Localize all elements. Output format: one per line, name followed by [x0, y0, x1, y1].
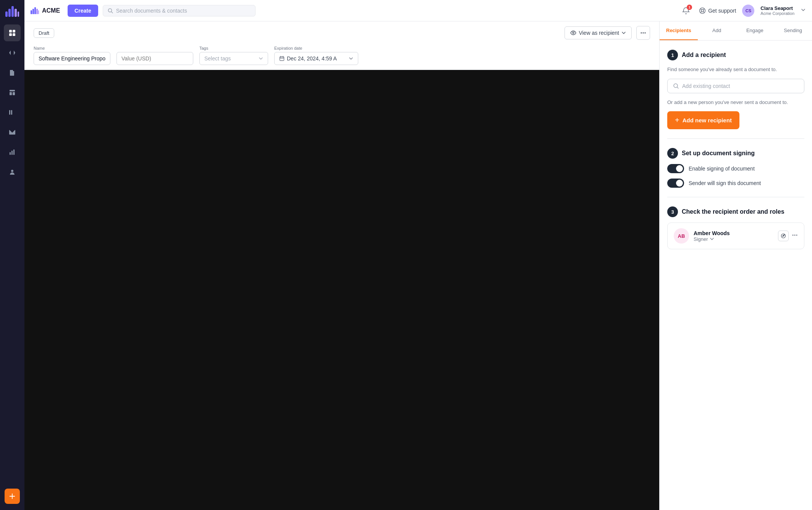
svg-rect-14: [10, 152, 11, 155]
step1-header: 1 Add a recipient: [667, 50, 804, 60]
tags-field-group: Tags Select tags: [199, 46, 268, 65]
notification-badge: 1: [687, 5, 692, 10]
svg-point-33: [645, 32, 646, 34]
avatar: CS: [742, 5, 754, 17]
step2-signing: 2 Set up document signing Enable signing…: [667, 148, 804, 188]
name-input[interactable]: [34, 52, 110, 65]
add-existing-contact-input[interactable]: Add existing contact: [667, 79, 804, 93]
recipient-actions: [778, 231, 798, 241]
tab-add[interactable]: Add: [698, 21, 736, 40]
step2-number: 2: [667, 148, 678, 159]
add-new-recipient-button[interactable]: + Add new recipient: [667, 111, 739, 129]
tab-sending[interactable]: Sending: [774, 21, 812, 40]
document-canvas: [24, 70, 659, 510]
svg-rect-3: [15, 9, 17, 17]
right-panel: Recipients Add Engage Sending 1 Add a re…: [659, 21, 812, 510]
sidebar-item-contacts[interactable]: [4, 164, 21, 180]
expiry-chevron-icon: [349, 56, 353, 61]
svg-line-26: [703, 8, 704, 10]
get-support-button[interactable]: Get support: [699, 7, 736, 14]
search-icon: [108, 8, 113, 13]
view-as-recipient-button[interactable]: View as recipient: [565, 26, 632, 39]
svg-rect-8: [13, 33, 15, 36]
recipient-role-row[interactable]: Signer: [694, 236, 773, 242]
sidebar-item-library[interactable]: [4, 104, 21, 121]
search-bar[interactable]: Search documents & contacts: [103, 5, 256, 16]
main-area: Draft View as recipient: [24, 21, 812, 510]
expiry-label: Expiration date: [274, 46, 358, 50]
svg-line-29: [700, 8, 702, 10]
user-name: Clara Seaport: [760, 5, 794, 11]
view-as-recipient-chevron: [621, 31, 626, 35]
tags-placeholder: Select tags: [204, 55, 231, 62]
app-logo: ACME: [31, 7, 60, 14]
create-button[interactable]: Create: [68, 5, 98, 17]
sidebar-item-expand[interactable]: [4, 44, 21, 61]
doc-fields: Name Tags Select tags: [34, 46, 650, 65]
doc-header-top: Draft View as recipient: [34, 26, 650, 40]
divider-2: [667, 197, 804, 197]
step1-add-recipient: 1 Add a recipient Find someone you've al…: [667, 50, 804, 129]
svg-rect-21: [36, 9, 38, 14]
svg-rect-9: [10, 90, 15, 91]
panel-tabs: Recipients Add Engage Sending: [660, 21, 812, 41]
tags-select[interactable]: Select tags: [199, 52, 268, 65]
svg-rect-4: [18, 11, 19, 17]
tags-chevron-icon: [259, 56, 263, 61]
tab-engage[interactable]: Engage: [736, 21, 774, 40]
svg-rect-0: [5, 11, 8, 17]
sidebar-item-dashboard[interactable]: [4, 24, 21, 41]
divider-1: [667, 138, 804, 139]
sidebar-item-analytics[interactable]: [4, 144, 21, 161]
more-dots-icon: [640, 30, 646, 36]
name-field-group: Name: [34, 46, 110, 65]
tab-recipients[interactable]: Recipients: [660, 21, 698, 40]
topbar-right: 1 Get support CS Clara Seaport Acme Corp…: [679, 4, 806, 18]
pen-icon: [781, 233, 786, 239]
sender-sign-label: Sender will sign this document: [689, 180, 761, 186]
value-input[interactable]: [116, 52, 193, 65]
document-header: Draft View as recipient: [24, 21, 659, 70]
app-name: ACME: [42, 7, 60, 14]
sidebar-item-inbox[interactable]: [4, 124, 21, 141]
add-existing-contact-placeholder: Add existing contact: [682, 83, 730, 89]
sidebar-orange-button[interactable]: [5, 489, 20, 504]
tags-label: Tags: [199, 46, 268, 50]
svg-rect-34: [280, 57, 284, 61]
sender-sign-toggle[interactable]: [667, 179, 684, 188]
add-new-recipient-label: Add new recipient: [683, 117, 732, 123]
svg-point-39: [794, 234, 796, 236]
sidebar-item-documents[interactable]: [4, 64, 21, 81]
search-contact-icon: [673, 83, 679, 89]
sidebar-item-templates[interactable]: [4, 84, 21, 101]
notification-button[interactable]: 1: [679, 4, 693, 18]
user-company: Acme Corporation: [760, 11, 794, 16]
step1-number: 1: [667, 50, 678, 60]
step1-description: Find someone you've already sent a docum…: [667, 66, 804, 73]
recipient-name: Amber Woods: [694, 230, 773, 236]
user-info: Clara Seaport Acme Corporation: [760, 5, 794, 16]
step1-title: Add a recipient: [682, 52, 726, 58]
user-menu-chevron[interactable]: [801, 7, 806, 14]
expiry-date-picker[interactable]: Dec 24, 2024, 4:59 A: [274, 52, 358, 65]
svg-rect-19: [32, 9, 34, 14]
recipient-info: Amber Woods Signer: [694, 230, 773, 242]
svg-line-27: [700, 11, 702, 13]
name-label: Name: [34, 46, 110, 50]
svg-rect-2: [11, 6, 14, 17]
toggle-sender-sign: Sender will sign this document: [667, 179, 804, 188]
svg-point-32: [643, 32, 644, 34]
recipient-avatar: AB: [674, 228, 689, 244]
plus-icon: +: [675, 116, 679, 125]
svg-point-37: [783, 236, 784, 236]
svg-point-17: [11, 170, 13, 172]
recipient-more-button[interactable]: [792, 232, 798, 240]
signer-icon[interactable]: [778, 231, 789, 241]
recipient-more-dots-icon: [792, 232, 798, 238]
svg-rect-11: [13, 92, 15, 95]
support-icon: [699, 7, 706, 14]
more-options-button[interactable]: [636, 26, 650, 40]
svg-rect-12: [9, 110, 10, 115]
step3-title: Check the recipient order and roles: [682, 208, 785, 215]
enable-signing-toggle[interactable]: [667, 164, 684, 173]
